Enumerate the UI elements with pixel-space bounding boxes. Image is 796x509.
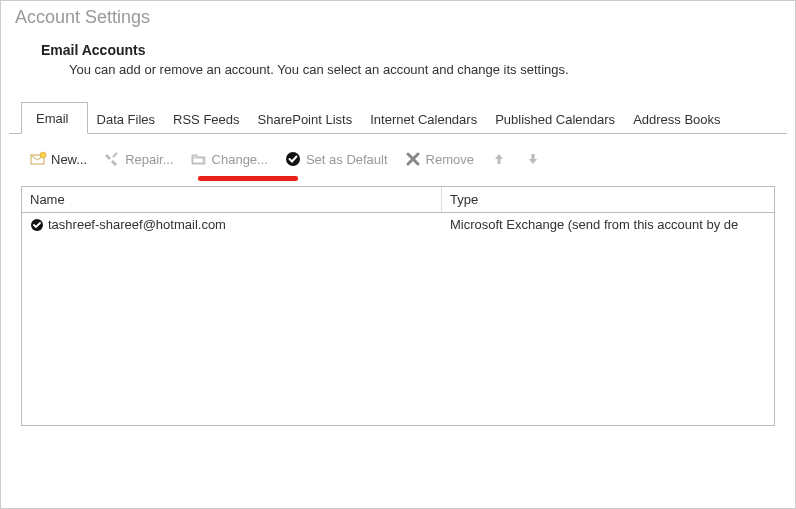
repair-tools-icon	[103, 150, 121, 168]
change-button[interactable]: Change...	[186, 148, 272, 170]
column-header-name[interactable]: Name	[22, 187, 442, 212]
tab-published-calendars[interactable]: Published Calendars	[486, 103, 624, 134]
repair-button-label: Repair...	[125, 152, 173, 167]
arrow-down-icon	[524, 150, 542, 168]
remove-button-label: Remove	[426, 152, 474, 167]
remove-x-icon	[404, 150, 422, 168]
new-button[interactable]: New...	[25, 148, 91, 170]
page-title: Account Settings	[1, 1, 795, 32]
tab-rss-feeds[interactable]: RSS Feeds	[164, 103, 248, 134]
header-block: Email Accounts You can add or remove an …	[1, 32, 795, 101]
set-default-button[interactable]: Set as Default	[280, 148, 392, 170]
svg-rect-2	[112, 152, 118, 158]
check-circle-icon	[284, 150, 302, 168]
set-default-button-label: Set as Default	[306, 152, 388, 167]
list-row-type: Microsoft Exchange (send from this accou…	[442, 213, 774, 236]
default-check-icon	[30, 218, 44, 232]
header-description: You can add or remove an account. You ca…	[41, 58, 795, 101]
tab-internet-calendars[interactable]: Internet Calendars	[361, 103, 486, 134]
tab-email[interactable]: Email	[21, 102, 88, 134]
list-row[interactable]: tashreef-shareef@hotmail.com Microsoft E…	[22, 213, 774, 236]
new-mail-icon	[29, 150, 47, 168]
account-list: Name Type tashreef-shareef@hotmail.com M…	[21, 186, 775, 426]
list-row-name: tashreef-shareef@hotmail.com	[48, 217, 226, 232]
change-folder-icon	[190, 150, 208, 168]
move-up-button[interactable]	[486, 148, 512, 170]
arrow-up-icon	[490, 150, 508, 168]
tab-address-books[interactable]: Address Books	[624, 103, 729, 134]
column-header-type[interactable]: Type	[442, 187, 774, 212]
svg-rect-3	[193, 158, 203, 163]
tab-data-files[interactable]: Data Files	[88, 103, 165, 134]
tab-sharepoint-lists[interactable]: SharePoint Lists	[249, 103, 362, 134]
change-button-label: Change...	[212, 152, 268, 167]
toolbar: New... Repair... Change... Set a	[1, 134, 795, 176]
tabs-row: Email Data Files RSS Feeds SharePoint Li…	[9, 101, 787, 134]
remove-button[interactable]: Remove	[400, 148, 478, 170]
list-row-name-cell: tashreef-shareef@hotmail.com	[22, 213, 442, 236]
list-header: Name Type	[22, 187, 774, 213]
header-title: Email Accounts	[41, 42, 795, 58]
highlight-underline	[198, 176, 298, 181]
svg-point-1	[40, 152, 46, 158]
move-down-button[interactable]	[520, 148, 546, 170]
repair-button[interactable]: Repair...	[99, 148, 177, 170]
new-button-label: New...	[51, 152, 87, 167]
